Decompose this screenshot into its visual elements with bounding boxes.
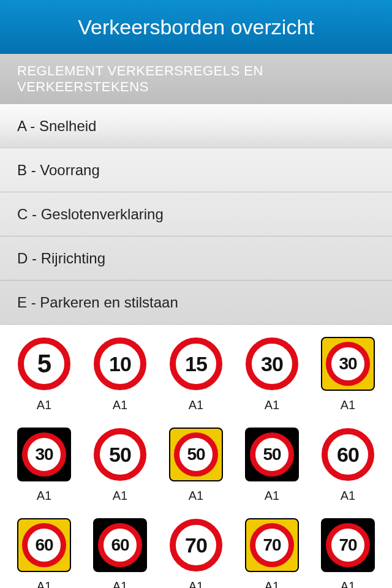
speed-sign-value: 70 xyxy=(326,523,370,567)
sign-item[interactable]: 5A1 xyxy=(9,337,79,412)
sign-item[interactable]: 10A1 xyxy=(85,337,155,412)
sign-label: A1 xyxy=(189,398,203,412)
sign-item[interactable]: 60A1 xyxy=(85,518,155,588)
category-item-a[interactable]: A - Snelheid xyxy=(0,104,392,148)
speed-sign-value: 60 xyxy=(98,523,142,567)
section-title: REGLEMENT VERKEERSREGELS EN VERKEERSTEKE… xyxy=(17,63,375,95)
sign-item[interactable]: 60A1 xyxy=(9,518,79,588)
sign-label: A1 xyxy=(341,579,355,588)
sign-label: A1 xyxy=(113,579,127,588)
sign-label: A1 xyxy=(37,579,51,588)
speed-sign-icon: 70 xyxy=(245,518,299,572)
speed-sign-icon: 70 xyxy=(321,518,375,572)
speed-sign-icon: 70 xyxy=(169,518,223,572)
sign-item[interactable]: 70A1 xyxy=(161,518,231,588)
speed-sign-icon: 15 xyxy=(169,337,223,391)
sign-item[interactable]: 50A1 xyxy=(161,428,231,503)
speed-sign-icon: 60 xyxy=(17,518,71,572)
sign-label: A1 xyxy=(37,398,51,412)
sign-item[interactable]: 60A1 xyxy=(313,428,383,503)
category-label: D - Rijrichting xyxy=(17,250,105,267)
category-list: A - Snelheid B - Voorrang C - Geslotenve… xyxy=(0,104,392,325)
speed-sign-icon: 30 xyxy=(17,428,71,481)
sign-item[interactable]: 15A1 xyxy=(161,337,231,412)
category-label: C - Geslotenverklaring xyxy=(17,206,164,223)
sign-item[interactable]: 30A1 xyxy=(237,337,307,412)
sign-item[interactable]: 30A1 xyxy=(9,428,79,503)
sign-item[interactable]: 30A1 xyxy=(313,337,383,412)
speed-sign-value: 30 xyxy=(246,337,298,390)
category-item-e[interactable]: E - Parkeren en stilstaan xyxy=(0,281,392,325)
sign-item[interactable]: 50A1 xyxy=(85,428,155,503)
speed-sign-icon: 50 xyxy=(245,428,299,481)
speed-sign-value: 50 xyxy=(174,432,218,477)
speed-sign-value: 70 xyxy=(170,519,222,571)
speed-sign-value: 30 xyxy=(22,432,66,477)
sign-label: A1 xyxy=(265,579,279,588)
category-item-c[interactable]: C - Geslotenverklaring xyxy=(0,192,392,236)
category-item-d[interactable]: D - Rijrichting xyxy=(0,236,392,281)
category-label: E - Parkeren en stilstaan xyxy=(17,294,178,311)
sign-label: A1 xyxy=(113,489,127,503)
category-label: A - Snelheid xyxy=(17,118,96,135)
speed-sign-icon: 5 xyxy=(17,337,71,391)
category-label: B - Voorrang xyxy=(17,162,100,179)
speed-sign-value: 50 xyxy=(94,428,146,481)
speed-sign-icon: 50 xyxy=(93,428,147,481)
speed-sign-value: 15 xyxy=(170,337,222,390)
sign-label: A1 xyxy=(265,398,279,412)
speed-sign-value: 50 xyxy=(250,432,294,477)
section-header: REGLEMENT VERKEERSREGELS EN VERKEERSTEKE… xyxy=(0,54,392,104)
app-header: Verkeersborden overzicht xyxy=(0,0,392,54)
sign-label: A1 xyxy=(37,489,51,503)
speed-sign-icon: 60 xyxy=(321,428,375,481)
speed-sign-value: 5 xyxy=(18,337,70,390)
speed-sign-value: 60 xyxy=(322,428,374,481)
sign-item[interactable]: 70A1 xyxy=(237,518,307,588)
speed-sign-icon: 60 xyxy=(93,518,147,572)
speed-sign-value: 10 xyxy=(94,337,146,390)
speed-sign-icon: 30 xyxy=(245,337,299,391)
speed-sign-value: 70 xyxy=(250,523,294,567)
sign-label: A1 xyxy=(265,489,279,503)
signs-grid: 5A110A115A130A130A130A150A150A150A160A16… xyxy=(0,325,392,588)
speed-sign-icon: 30 xyxy=(321,337,375,391)
page-title: Verkeersborden overzicht xyxy=(78,15,314,39)
sign-label: A1 xyxy=(189,489,203,503)
speed-sign-icon: 10 xyxy=(93,337,147,391)
speed-sign-icon: 50 xyxy=(169,428,223,481)
sign-label: A1 xyxy=(341,489,355,503)
speed-sign-value: 60 xyxy=(22,523,66,567)
category-item-b[interactable]: B - Voorrang xyxy=(0,148,392,192)
sign-item[interactable]: 50A1 xyxy=(237,428,307,503)
sign-item[interactable]: 70A1 xyxy=(313,518,383,588)
sign-label: A1 xyxy=(341,398,355,412)
speed-sign-value: 30 xyxy=(326,342,370,386)
sign-label: A1 xyxy=(113,398,127,412)
sign-label: A1 xyxy=(189,579,203,588)
